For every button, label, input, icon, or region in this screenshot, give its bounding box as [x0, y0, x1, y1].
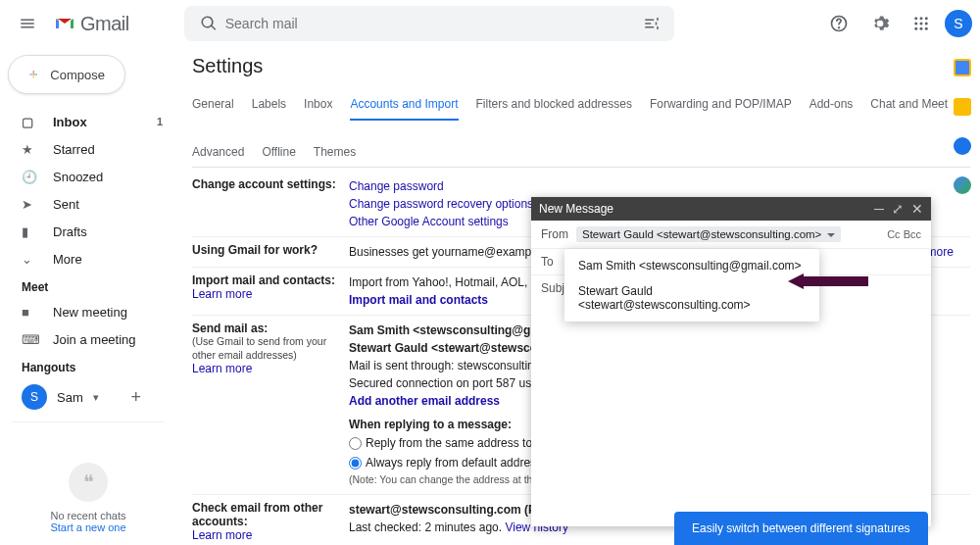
gmail-icon [53, 12, 76, 35]
add-icon[interactable]: + [130, 387, 141, 408]
reply-default-radio[interactable] [349, 457, 362, 470]
tab-general[interactable]: General [192, 89, 234, 120]
minimize-icon[interactable]: ─ [874, 202, 884, 216]
from-option-1[interactable]: Stewart Gauld <stewart@stewsconsulting.c… [564, 278, 819, 318]
clock-icon: 🕘 [22, 169, 37, 184]
search-icon[interactable] [200, 15, 218, 32]
calendar-icon[interactable] [954, 59, 971, 76]
topbar: Gmail S [0, 0, 980, 47]
tab-labels[interactable]: Labels [252, 89, 286, 120]
contacts-icon[interactable] [954, 176, 971, 194]
draft-icon: ▮ [22, 223, 37, 239]
svg-point-5 [914, 23, 917, 25]
apps-button[interactable] [904, 6, 939, 41]
nav-starred[interactable]: ★Starred [0, 135, 176, 163]
apps-icon [912, 15, 930, 32]
menu-icon [19, 15, 36, 32]
from-option-0[interactable]: Sam Smith <stewsconsulting@gmail.com> [564, 253, 819, 278]
reply-same-radio[interactable] [349, 437, 362, 450]
import-mail-link[interactable]: Import mail and contacts [349, 293, 488, 307]
close-icon[interactable]: ✕ [911, 202, 923, 216]
help-icon [829, 14, 849, 33]
star-icon: ★ [22, 141, 37, 157]
tab-addons[interactable]: Add-ons [809, 89, 854, 120]
quote-icon: ❝ [69, 463, 108, 502]
hangouts-user[interactable]: S Sam ▾ + [0, 378, 176, 416]
side-panel [947, 47, 978, 194]
meet-list: ■New meeting ⌨Join a meeting [0, 298, 176, 353]
compose-header[interactable]: New Message ─ ⤢ ✕ [531, 197, 931, 221]
svg-point-8 [914, 27, 917, 30]
chevron-down-icon: ⌄ [22, 251, 37, 267]
add-another-email-link[interactable]: Add another email address [349, 394, 500, 408]
tab-filters[interactable]: Filters and blocked addresses [476, 89, 632, 120]
learn-more-link[interactable]: Learn more [192, 528, 252, 542]
compose-window: New Message ─ ⤢ ✕ From Stewart Gauld <st… [531, 197, 931, 526]
compose-body[interactable] [531, 301, 931, 526]
change-password-link[interactable]: Change password [349, 179, 444, 193]
user-avatar-icon: S [22, 384, 47, 410]
nav-list: ▢Inbox1 ★Starred 🕘Snoozed ➤Sent ▮Drafts … [0, 108, 176, 272]
page-title: Settings [192, 55, 970, 77]
nav-inbox[interactable]: ▢Inbox1 [0, 108, 176, 135]
tab-offline[interactable]: Offline [262, 137, 295, 167]
tab-themes[interactable]: Themes [314, 137, 356, 167]
other-google-link[interactable]: Other Google Account settings [349, 215, 509, 228]
svg-point-3 [920, 17, 923, 20]
avatar[interactable]: S [945, 10, 972, 37]
plus-icon [28, 66, 38, 83]
svg-point-6 [920, 23, 923, 25]
tab-forwarding[interactable]: Forwarding and POP/IMAP [650, 89, 792, 120]
search-box[interactable] [184, 6, 674, 41]
search-input[interactable] [225, 16, 637, 31]
start-new-chat-link[interactable]: Start a new one [50, 521, 125, 533]
from-label: From [541, 227, 576, 241]
compose-title: New Message [539, 202, 613, 216]
tasks-icon[interactable] [954, 137, 971, 155]
svg-point-1 [839, 27, 840, 28]
tab-accounts[interactable]: Accounts and Import [350, 89, 458, 121]
app-name: Gmail [80, 13, 129, 35]
svg-point-2 [914, 17, 917, 20]
logo[interactable]: Gmail [53, 12, 129, 35]
from-dropdown-menu: Sam Smith <stewsconsulting@gmail.com> St… [564, 249, 819, 322]
hamburger-button[interactable] [8, 4, 47, 43]
svg-point-4 [925, 17, 928, 20]
help-button[interactable] [821, 6, 857, 41]
expand-icon[interactable]: ⤢ [892, 202, 904, 216]
send-icon: ➤ [22, 196, 37, 212]
learn-more-link[interactable]: Learn more [192, 287, 252, 301]
nav-drafts[interactable]: ▮Drafts [0, 218, 176, 245]
nav-snoozed[interactable]: 🕘Snoozed [0, 163, 176, 190]
nav-new-meeting[interactable]: ■New meeting [0, 298, 176, 325]
change-recovery-link[interactable]: Change password recovery options [349, 197, 533, 211]
bcc-button[interactable]: Bcc [904, 228, 921, 240]
sidebar: Compose ▢Inbox1 ★Starred 🕘Snoozed ➤Sent … [0, 47, 176, 545]
svg-point-7 [925, 23, 928, 25]
compose-label: Compose [50, 68, 105, 82]
compose-button[interactable]: Compose [8, 55, 125, 94]
svg-point-10 [925, 27, 928, 30]
hangouts-header: Hangouts [0, 353, 176, 378]
inbox-icon: ▢ [22, 114, 37, 129]
cc-button[interactable]: Cc [887, 228, 900, 240]
search-options-icon[interactable] [643, 15, 661, 32]
learn-more-link[interactable]: Learn more [192, 362, 252, 375]
settings-tabs: General Labels Inbox Accounts and Import… [192, 89, 970, 168]
meet-header: Meet [0, 272, 176, 298]
gear-icon [870, 14, 890, 33]
nav-join-meeting[interactable]: ⌨Join a meeting [0, 325, 176, 353]
svg-point-9 [920, 27, 923, 30]
signature-popup[interactable]: Easily switch between different signatur… [674, 512, 928, 545]
annotation-arrow-icon [788, 273, 868, 289]
settings-button[interactable] [862, 6, 898, 41]
tab-chat[interactable]: Chat and Meet [870, 89, 948, 120]
keep-icon[interactable] [954, 98, 971, 116]
keyboard-icon: ⌨ [22, 331, 37, 347]
from-dropdown[interactable]: Stewart Gauld <stewart@stewsconsulting.c… [576, 226, 841, 242]
nav-sent[interactable]: ➤Sent [0, 190, 176, 218]
nav-more[interactable]: ⌄More [0, 245, 176, 272]
tab-inbox[interactable]: Inbox [304, 89, 332, 120]
sidebar-bottom: ❝ No recent chats Start a new one [0, 463, 176, 533]
tab-advanced[interactable]: Advanced [192, 137, 244, 167]
